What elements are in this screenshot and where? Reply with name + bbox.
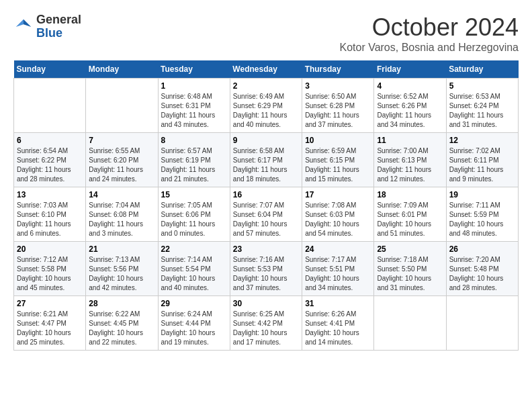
day-number: 21 bbox=[89, 244, 154, 254]
location-title: Kotor Varos, Bosnia and Herzegovina bbox=[339, 42, 519, 54]
day-number: 30 bbox=[233, 299, 299, 308]
day-info: Sunrise: 7:05 AMSunset: 6:06 PMDaylight:… bbox=[161, 201, 227, 238]
weekday-header: Sunday bbox=[14, 60, 86, 79]
day-info: Sunrise: 6:26 AMSunset: 4:41 PMDaylight:… bbox=[305, 310, 371, 347]
calendar-cell: 2Sunrise: 6:49 AMSunset: 6:29 PMDaylight… bbox=[230, 79, 302, 133]
day-info: Sunrise: 6:49 AMSunset: 6:29 PMDaylight:… bbox=[233, 92, 299, 130]
day-number: 1 bbox=[161, 81, 227, 91]
calendar-cell: 31Sunrise: 6:26 AMSunset: 4:41 PMDayligh… bbox=[302, 296, 374, 351]
calendar-cell: 15Sunrise: 7:05 AMSunset: 6:06 PMDayligh… bbox=[158, 187, 230, 242]
calendar-cell: 6Sunrise: 6:54 AMSunset: 6:22 PMDaylight… bbox=[14, 133, 86, 187]
day-number: 17 bbox=[305, 190, 371, 199]
calendar-cell: 11Sunrise: 7:00 AMSunset: 6:13 PMDayligh… bbox=[374, 133, 446, 187]
calendar-cell: 24Sunrise: 7:17 AMSunset: 5:51 PMDayligh… bbox=[302, 242, 374, 296]
day-info: Sunrise: 6:54 AMSunset: 6:22 PMDaylight:… bbox=[17, 146, 83, 184]
calendar-cell: 19Sunrise: 7:11 AMSunset: 5:59 PMDayligh… bbox=[446, 187, 518, 242]
day-number: 18 bbox=[377, 190, 443, 199]
day-info: Sunrise: 7:13 AMSunset: 5:56 PMDaylight:… bbox=[89, 255, 154, 293]
logo-general: General bbox=[36, 13, 81, 27]
logo-text: General Blue bbox=[36, 13, 81, 40]
day-info: Sunrise: 7:03 AMSunset: 6:10 PMDaylight:… bbox=[17, 201, 83, 238]
calendar-table: SundayMondayTuesdayWednesdayThursdayFrid… bbox=[13, 60, 519, 351]
calendar-week-row: 1Sunrise: 6:48 AMSunset: 6:31 PMDaylight… bbox=[14, 79, 519, 133]
month-title: October 2024 bbox=[339, 13, 519, 42]
title-block: October 2024 Kotor Varos, Bosnia and Her… bbox=[339, 13, 519, 54]
day-info: Sunrise: 7:17 AMSunset: 5:51 PMDaylight:… bbox=[305, 255, 371, 293]
weekday-header: Monday bbox=[86, 60, 158, 79]
weekday-header: Thursday bbox=[302, 60, 374, 79]
calendar-cell: 3Sunrise: 6:50 AMSunset: 6:28 PMDaylight… bbox=[302, 79, 374, 133]
calendar-cell: 13Sunrise: 7:03 AMSunset: 6:10 PMDayligh… bbox=[14, 187, 86, 242]
calendar-cell: 14Sunrise: 7:04 AMSunset: 6:08 PMDayligh… bbox=[86, 187, 158, 242]
day-number: 8 bbox=[161, 136, 227, 145]
calendar-week-row: 6Sunrise: 6:54 AMSunset: 6:22 PMDaylight… bbox=[14, 133, 519, 187]
day-info: Sunrise: 6:57 AMSunset: 6:19 PMDaylight:… bbox=[161, 146, 227, 184]
calendar-cell: 30Sunrise: 6:25 AMSunset: 4:42 PMDayligh… bbox=[230, 296, 302, 351]
day-number: 19 bbox=[449, 190, 515, 199]
day-number: 5 bbox=[449, 81, 515, 91]
calendar-week-row: 20Sunrise: 7:12 AMSunset: 5:58 PMDayligh… bbox=[14, 242, 519, 296]
weekday-header: Wednesday bbox=[230, 60, 302, 79]
day-info: Sunrise: 6:24 AMSunset: 4:44 PMDaylight:… bbox=[161, 310, 227, 347]
calendar-cell: 25Sunrise: 7:18 AMSunset: 5:50 PMDayligh… bbox=[374, 242, 446, 296]
svg-marker-1 bbox=[16, 19, 24, 27]
day-info: Sunrise: 6:55 AMSunset: 6:20 PMDaylight:… bbox=[89, 146, 154, 184]
calendar-cell: 23Sunrise: 7:16 AMSunset: 5:53 PMDayligh… bbox=[230, 242, 302, 296]
day-number: 28 bbox=[89, 299, 154, 308]
day-number: 29 bbox=[161, 299, 227, 308]
day-number: 31 bbox=[305, 299, 371, 308]
calendar-cell: 18Sunrise: 7:09 AMSunset: 6:01 PMDayligh… bbox=[374, 187, 446, 242]
day-number: 2 bbox=[233, 81, 299, 91]
calendar-cell: 27Sunrise: 6:21 AMSunset: 4:47 PMDayligh… bbox=[14, 296, 86, 351]
day-info: Sunrise: 6:21 AMSunset: 4:47 PMDaylight:… bbox=[17, 310, 83, 347]
calendar-cell: 22Sunrise: 7:14 AMSunset: 5:54 PMDayligh… bbox=[158, 242, 230, 296]
calendar-cell: 21Sunrise: 7:13 AMSunset: 5:56 PMDayligh… bbox=[86, 242, 158, 296]
page-header: General Blue October 2024 Kotor Varos, B… bbox=[13, 13, 519, 54]
day-number: 24 bbox=[305, 244, 371, 254]
day-info: Sunrise: 7:20 AMSunset: 5:48 PMDaylight:… bbox=[449, 255, 515, 293]
weekday-header: Friday bbox=[374, 60, 446, 79]
day-info: Sunrise: 6:52 AMSunset: 6:26 PMDaylight:… bbox=[377, 92, 443, 130]
day-number: 12 bbox=[449, 136, 515, 145]
day-info: Sunrise: 6:58 AMSunset: 6:17 PMDaylight:… bbox=[233, 146, 299, 184]
logo: General Blue bbox=[13, 13, 81, 40]
weekday-row: SundayMondayTuesdayWednesdayThursdayFrid… bbox=[14, 60, 519, 79]
calendar-cell bbox=[374, 296, 446, 351]
calendar-cell: 12Sunrise: 7:02 AMSunset: 6:11 PMDayligh… bbox=[446, 133, 518, 187]
day-info: Sunrise: 6:53 AMSunset: 6:24 PMDaylight:… bbox=[449, 92, 515, 130]
day-number: 4 bbox=[377, 81, 443, 91]
calendar-cell bbox=[446, 296, 518, 351]
weekday-header: Saturday bbox=[446, 60, 518, 79]
day-number: 20 bbox=[17, 244, 83, 254]
calendar-cell: 10Sunrise: 6:59 AMSunset: 6:15 PMDayligh… bbox=[302, 133, 374, 187]
weekday-header: Tuesday bbox=[158, 60, 230, 79]
calendar-cell: 28Sunrise: 6:22 AMSunset: 4:45 PMDayligh… bbox=[86, 296, 158, 351]
day-number: 26 bbox=[449, 244, 515, 254]
calendar-cell: 8Sunrise: 6:57 AMSunset: 6:19 PMDaylight… bbox=[158, 133, 230, 187]
calendar-cell: 17Sunrise: 7:08 AMSunset: 6:03 PMDayligh… bbox=[302, 187, 374, 242]
day-info: Sunrise: 7:09 AMSunset: 6:01 PMDaylight:… bbox=[377, 201, 443, 238]
day-number: 16 bbox=[233, 190, 299, 199]
calendar-cell: 26Sunrise: 7:20 AMSunset: 5:48 PMDayligh… bbox=[446, 242, 518, 296]
day-info: Sunrise: 7:02 AMSunset: 6:11 PMDaylight:… bbox=[449, 146, 515, 184]
calendar-cell: 1Sunrise: 6:48 AMSunset: 6:31 PMDaylight… bbox=[158, 79, 230, 133]
svg-marker-0 bbox=[24, 19, 31, 27]
calendar-cell bbox=[86, 79, 158, 133]
calendar-week-row: 13Sunrise: 7:03 AMSunset: 6:10 PMDayligh… bbox=[14, 187, 519, 242]
day-number: 27 bbox=[17, 299, 83, 308]
day-info: Sunrise: 7:18 AMSunset: 5:50 PMDaylight:… bbox=[377, 255, 443, 293]
logo-blue: Blue bbox=[36, 27, 81, 40]
day-number: 11 bbox=[377, 136, 443, 145]
calendar-cell: 29Sunrise: 6:24 AMSunset: 4:44 PMDayligh… bbox=[158, 296, 230, 351]
day-info: Sunrise: 7:16 AMSunset: 5:53 PMDaylight:… bbox=[233, 255, 299, 293]
calendar-cell: 5Sunrise: 6:53 AMSunset: 6:24 PMDaylight… bbox=[446, 79, 518, 133]
day-number: 3 bbox=[305, 81, 371, 91]
day-info: Sunrise: 6:50 AMSunset: 6:28 PMDaylight:… bbox=[305, 92, 371, 130]
day-info: Sunrise: 7:11 AMSunset: 5:59 PMDaylight:… bbox=[449, 201, 515, 238]
day-info: Sunrise: 7:04 AMSunset: 6:08 PMDaylight:… bbox=[89, 201, 154, 238]
day-info: Sunrise: 7:00 AMSunset: 6:13 PMDaylight:… bbox=[377, 146, 443, 184]
calendar-header: SundayMondayTuesdayWednesdayThursdayFrid… bbox=[14, 60, 519, 79]
day-info: Sunrise: 6:25 AMSunset: 4:42 PMDaylight:… bbox=[233, 310, 299, 347]
day-info: Sunrise: 7:07 AMSunset: 6:04 PMDaylight:… bbox=[233, 201, 299, 238]
day-number: 9 bbox=[233, 136, 299, 145]
